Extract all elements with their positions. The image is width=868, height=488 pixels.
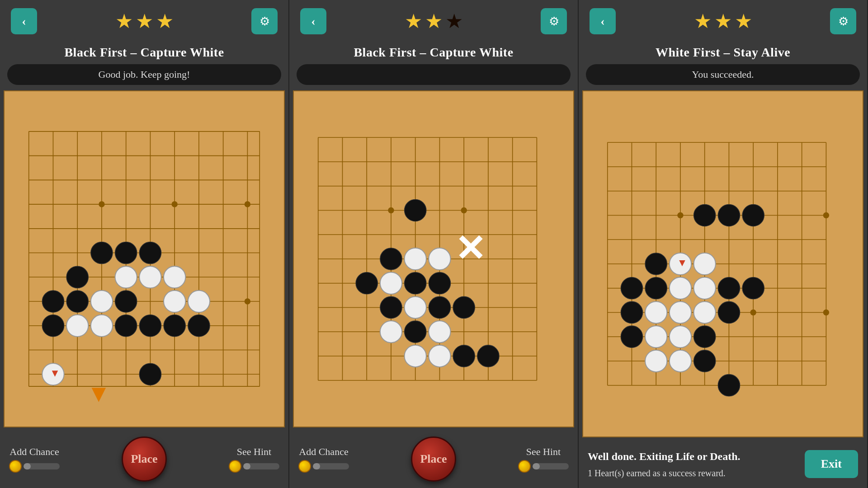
svg-point-41 <box>188 315 210 337</box>
svg-point-37 <box>42 315 64 337</box>
panel-1-status: Good job. Keep going! <box>7 64 281 85</box>
svg-point-148 <box>694 301 716 323</box>
panel-2-footer: Add Chance Place See Hint <box>289 430 578 488</box>
settings-button-1[interactable]: ⚙ <box>251 8 278 34</box>
svg-point-83 <box>405 272 426 294</box>
svg-point-43 <box>115 266 137 288</box>
panel-2-header: ‹ ★ ★ ★ ⚙ <box>289 0 578 42</box>
star-3-3: ★ <box>735 9 752 33</box>
svg-point-144 <box>670 277 691 299</box>
svg-point-131 <box>645 253 667 275</box>
panel-3-title: White First – Stay Alive <box>586 45 860 60</box>
place-button-1[interactable]: Place <box>122 436 167 482</box>
panel-2-title-area: Black First – Capture White <box>289 42 578 64</box>
board-container-1: ▼ <box>0 88 288 430</box>
svg-point-80 <box>405 199 426 221</box>
star-3-1: ★ <box>694 9 712 33</box>
back-button-3[interactable]: ‹ <box>590 8 616 34</box>
svg-point-95 <box>380 321 402 343</box>
svg-point-82 <box>356 272 377 294</box>
svg-point-39 <box>139 315 161 337</box>
svg-point-25 <box>171 201 177 207</box>
see-hint-btn-2[interactable]: See Hint <box>518 446 569 473</box>
star-2-3: ★ <box>445 9 463 33</box>
svg-point-124 <box>823 212 829 218</box>
star-1-3: ★ <box>156 9 174 33</box>
see-hint-btn-1[interactable]: See Hint <box>229 446 279 473</box>
panel-1: ‹ ★ ★ ★ ⚙ Black First – Capture White Go… <box>0 0 289 488</box>
svg-point-45 <box>91 291 113 312</box>
svg-point-29 <box>245 298 250 304</box>
svg-point-128 <box>694 204 716 226</box>
star-1-1: ★ <box>115 9 133 33</box>
svg-point-51 <box>42 363 64 385</box>
svg-point-142 <box>670 253 691 275</box>
svg-point-42 <box>139 363 161 385</box>
svg-point-50 <box>164 291 185 312</box>
coin-icon-2 <box>298 460 311 473</box>
add-chance-btn-1[interactable]: Add Chance <box>9 446 60 473</box>
back-button-2[interactable]: ‹ <box>300 8 326 34</box>
svg-point-32 <box>139 242 161 263</box>
svg-text:✕: ✕ <box>455 229 486 269</box>
back-button-1[interactable]: ‹ <box>11 8 37 34</box>
settings-button-3[interactable]: ⚙ <box>830 8 856 34</box>
coin-icon-1b <box>229 460 241 473</box>
panel-1-title-area: Black First – Capture White <box>0 42 288 64</box>
svg-point-49 <box>188 291 210 312</box>
svg-point-122 <box>677 212 683 218</box>
svg-point-47 <box>91 315 113 337</box>
svg-point-31 <box>115 242 137 263</box>
go-board-1[interactable]: ▼ <box>4 90 285 427</box>
svg-point-140 <box>694 350 716 372</box>
svg-point-76 <box>388 207 394 213</box>
star-2-1: ★ <box>405 9 422 33</box>
add-chance-btn-2[interactable]: Add Chance <box>298 446 349 473</box>
svg-point-24 <box>99 201 104 207</box>
svg-point-36 <box>115 291 137 312</box>
panel-2-status <box>297 64 571 85</box>
svg-point-90 <box>477 345 499 367</box>
svg-point-44 <box>139 266 161 288</box>
place-button-2[interactable]: Place <box>411 436 456 482</box>
svg-point-150 <box>670 326 691 347</box>
svg-point-48 <box>164 266 185 288</box>
svg-point-85 <box>380 296 402 318</box>
svg-point-35 <box>66 291 88 312</box>
svg-point-129 <box>718 204 740 226</box>
panel-3-title-area: White First – Stay Alive <box>579 42 867 64</box>
svg-point-146 <box>645 301 667 323</box>
svg-text:▼: ▼ <box>87 380 111 407</box>
svg-point-135 <box>742 277 764 299</box>
svg-point-91 <box>380 272 402 294</box>
svg-point-30 <box>91 242 113 263</box>
panel-1-header: ‹ ★ ★ ★ ⚙ <box>0 0 288 42</box>
coin-icon-1 <box>9 460 22 473</box>
svg-point-126 <box>750 310 756 315</box>
svg-point-96 <box>405 345 426 367</box>
svg-point-33 <box>66 266 88 288</box>
svg-point-133 <box>645 277 667 299</box>
stars-1: ★ ★ ★ <box>115 9 174 33</box>
svg-point-26 <box>245 201 250 207</box>
go-board-2[interactable]: ✕ <box>293 90 574 427</box>
board-container-2: ✕ <box>289 88 578 430</box>
svg-point-143 <box>694 253 716 275</box>
coin-icon-2b <box>518 460 531 473</box>
svg-point-98 <box>429 345 450 367</box>
exit-button[interactable]: Exit <box>805 450 858 478</box>
settings-button-2[interactable]: ⚙ <box>541 8 567 34</box>
go-board-3[interactable] <box>582 90 863 437</box>
svg-point-136 <box>621 301 642 323</box>
svg-point-81 <box>380 248 402 270</box>
svg-point-93 <box>429 248 450 270</box>
panel-2: ‹ ★ ★ ★ ⚙ Black First – Capture White <box>289 0 579 488</box>
stars-3: ★ ★ ★ <box>694 9 752 33</box>
svg-point-127 <box>823 310 829 315</box>
svg-point-152 <box>670 350 691 372</box>
svg-point-46 <box>66 315 88 337</box>
stars-2: ★ ★ ★ <box>405 9 463 33</box>
svg-point-84 <box>429 272 450 294</box>
svg-point-86 <box>429 296 450 318</box>
star-1-2: ★ <box>136 9 153 33</box>
